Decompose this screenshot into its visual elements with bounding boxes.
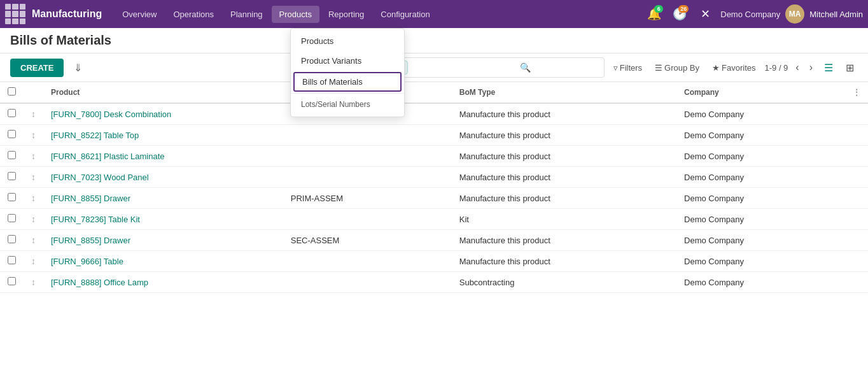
nav-operations[interactable]: Operations (165, 6, 221, 23)
row-checkbox[interactable] (8, 214, 16, 222)
company-cell: Demo Company (676, 188, 845, 209)
company-column-header[interactable]: Company (676, 82, 845, 103)
company-cell: Demo Company (676, 125, 845, 146)
bom-type-cell: Subcontracting (452, 272, 676, 293)
drag-handle-icon[interactable]: ↕ (31, 235, 36, 245)
company-cell: Demo Company (676, 230, 845, 251)
select-all-checkbox[interactable] (8, 87, 16, 96)
table-row[interactable]: ↕ [FURN_9666] Table Manufacture this pro… (0, 251, 868, 272)
filters-button[interactable]: ▿ Filters (610, 60, 646, 75)
groupby-button[interactable]: ☰ Group By (651, 60, 703, 75)
nav-reporting[interactable]: Reporting (321, 6, 372, 23)
product-cell[interactable]: [FURN_8855] Drawer (43, 188, 283, 209)
table-row[interactable]: ↕ [FURN_7800] Desk Combination Manufactu… (0, 103, 868, 125)
drag-handle-icon[interactable]: ↕ (31, 193, 36, 203)
favorites-button[interactable]: ★ Favorites (708, 60, 759, 75)
row-checkbox[interactable] (8, 235, 16, 243)
drag-handle-icon[interactable]: ↕ (31, 214, 36, 224)
select-all-header (0, 82, 24, 103)
row-more-cell (845, 209, 868, 230)
bom-type-cell: Manufacture this product (452, 103, 676, 125)
table-row[interactable]: ↕ [FURN_8522] Table Top Manufacture this… (0, 125, 868, 146)
product-cell[interactable]: [FURN_8522] Table Top (43, 125, 283, 146)
drag-handle-icon[interactable]: ↕ (31, 109, 36, 119)
table-row[interactable]: ↕ [FURN_8888] Office Lamp Subcontracting… (0, 272, 868, 293)
company-cell: Demo Company (676, 167, 845, 188)
create-button[interactable]: CREATE (10, 59, 64, 77)
row-checkbox-cell (0, 251, 24, 272)
star-icon: ★ (712, 63, 720, 73)
notifications-button[interactable]: 🔔 6 (644, 4, 664, 24)
row-checkbox[interactable] (8, 130, 16, 138)
search-icon[interactable]: 🔍 (520, 62, 531, 73)
activities-button[interactable]: 🕑 26 (669, 4, 690, 24)
dropdown-bills-of-materials[interactable]: Bills of Materials (293, 72, 402, 92)
bom-type-cell: Manufacture this product (452, 251, 676, 272)
bom-type-column-header[interactable]: BoM Type (452, 82, 676, 103)
nav-products[interactable]: Products (272, 6, 319, 23)
drag-handle-icon[interactable]: ↕ (31, 130, 36, 140)
drag-handle-cell: ↕ (24, 272, 43, 293)
app-brand[interactable]: Manufacturing (32, 8, 102, 20)
drag-handle-cell: ↕ (24, 230, 43, 251)
download-button[interactable]: ⇓ (69, 59, 87, 76)
row-checkbox[interactable] (8, 172, 16, 180)
variant-cell (283, 146, 452, 167)
row-checkbox-cell (0, 230, 24, 251)
drag-handle-icon[interactable]: ↕ (31, 277, 36, 287)
row-checkbox[interactable] (8, 256, 16, 264)
row-more-cell (845, 230, 868, 251)
company-cell: Demo Company (676, 103, 845, 125)
variant-cell: PRIM-ASSEM (283, 188, 452, 209)
dropdown-lots-serial[interactable]: Lots/Serial Numbers (291, 95, 404, 114)
close-button[interactable]: ✕ (695, 4, 715, 24)
table-row[interactable]: ↕ [FURN_8855] Drawer SEC-ASSEM Manufactu… (0, 230, 868, 251)
bom-type-cell: Manufacture this product (452, 125, 676, 146)
row-more-cell (845, 146, 868, 167)
row-checkbox[interactable] (8, 151, 16, 159)
company-name[interactable]: Demo Company (720, 10, 780, 19)
title-bar: Bills of Materials (0, 28, 868, 53)
nav-overview[interactable]: Overview (115, 6, 164, 23)
bom-type-cell: Kit (452, 209, 676, 230)
nav-configuration[interactable]: Configuration (373, 6, 437, 23)
product-cell[interactable]: [FURN_7800] Desk Combination (43, 103, 283, 125)
drag-handle-cell: ↕ (24, 167, 43, 188)
row-checkbox-cell (0, 167, 24, 188)
table-row[interactable]: ↕ [FURN_8621] Plastic Laminate Manufactu… (0, 146, 868, 167)
row-checkbox[interactable] (8, 193, 16, 201)
row-checkbox[interactable] (8, 277, 16, 285)
avatar[interactable]: MA (785, 4, 804, 24)
product-cell[interactable]: [FURN_7023] Wood Panel (43, 167, 283, 188)
product-cell[interactable]: [FURN_8888] Office Lamp (43, 272, 283, 293)
row-more-cell (845, 272, 868, 293)
company-cell: Demo Company (676, 251, 845, 272)
app-grid-icon[interactable] (5, 4, 25, 24)
table-row[interactable]: ↕ [FURN_78236] Table Kit Kit Demo Compan… (0, 209, 868, 230)
product-column-header[interactable]: Product (43, 82, 283, 103)
nav-planning[interactable]: Planning (223, 6, 270, 23)
product-cell[interactable]: [FURN_9666] Table (43, 251, 283, 272)
filter-icon: ▿ (613, 63, 618, 73)
drag-handle-cell: ↕ (24, 103, 43, 125)
company-cell: Demo Company (676, 272, 845, 293)
row-checkbox[interactable] (8, 109, 16, 117)
table-row[interactable]: ↕ [FURN_7023] Wood Panel Manufacture thi… (0, 167, 868, 188)
column-options-icon[interactable]: ⋮ (853, 88, 860, 97)
product-cell[interactable]: [FURN_78236] Table Kit (43, 209, 283, 230)
prev-page-button[interactable]: ‹ (793, 60, 801, 75)
search-input[interactable] (410, 63, 517, 73)
product-cell[interactable]: [FURN_8621] Plastic Laminate (43, 146, 283, 167)
drag-handle-icon[interactable]: ↕ (31, 172, 36, 182)
user-name[interactable]: Mitchell Admin (809, 10, 863, 19)
drag-handle-icon[interactable]: ↕ (31, 256, 36, 266)
dropdown-divider (291, 93, 404, 94)
list-view-button[interactable]: ☰ (820, 59, 837, 76)
dropdown-product-variants[interactable]: Product Variants (291, 51, 404, 71)
next-page-button[interactable]: › (807, 60, 815, 75)
kanban-view-button[interactable]: ⊞ (842, 59, 858, 76)
drag-handle-icon[interactable]: ↕ (31, 151, 36, 161)
dropdown-products[interactable]: Products (291, 31, 404, 51)
product-cell[interactable]: [FURN_8855] Drawer (43, 230, 283, 251)
table-row[interactable]: ↕ [FURN_8855] Drawer PRIM-ASSEM Manufact… (0, 188, 868, 209)
